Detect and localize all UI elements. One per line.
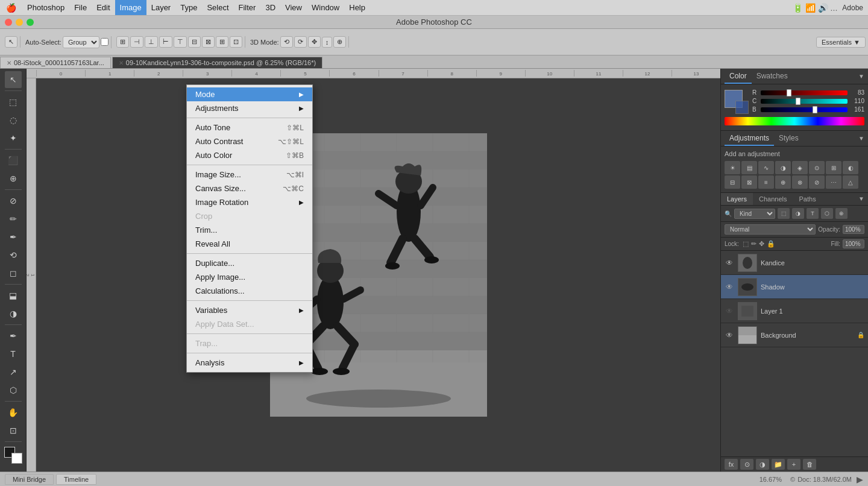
auto-select-select[interactable]: Group Layer xyxy=(63,36,99,48)
align-center-btn[interactable]: ⊥ xyxy=(145,36,158,48)
doc-tab-close-1[interactable]: ✕ xyxy=(119,60,124,66)
adj-threshold[interactable]: ⊘ xyxy=(809,175,825,189)
lock-pixels-icon[interactable]: ✏ xyxy=(751,240,756,248)
adj-hue-sat[interactable]: ⊙ xyxy=(809,161,825,174)
dist-h-btn[interactable]: ⊞ xyxy=(216,36,228,48)
menu-item-auto-contrast[interactable]: Auto Contrast ⌥⇧⌘L xyxy=(187,134,312,148)
align-mid-btn[interactable]: ⊟ xyxy=(188,36,201,48)
tool-history-brush[interactable]: ⟲ xyxy=(5,247,22,264)
layer-vis-kandice[interactable]: 👁 xyxy=(725,258,734,268)
align-right-btn[interactable]: ⊢ xyxy=(159,36,172,48)
layers-tab-layers[interactable]: Layers xyxy=(721,193,753,205)
tool-healing[interactable]: ⊘ xyxy=(5,192,22,209)
minimize-button[interactable] xyxy=(16,19,23,26)
layer-item-background[interactable]: 👁 Background 🔒 xyxy=(721,323,868,347)
menu-view[interactable]: View xyxy=(280,0,307,15)
add-fx-button[interactable]: fx xyxy=(725,459,738,470)
fill-input[interactable] xyxy=(843,239,864,248)
b-thumb[interactable] xyxy=(813,106,817,113)
background-color[interactable] xyxy=(11,453,22,464)
dist-v-btn[interactable]: ⊡ xyxy=(230,36,242,48)
menu-photoshop[interactable]: Photoshop xyxy=(22,0,69,15)
adj-levels[interactable]: ▤ xyxy=(741,161,757,174)
menu-help[interactable]: Help xyxy=(344,0,370,15)
menu-item-canvas-size[interactable]: Canvas Size... ⌥⌘C xyxy=(187,181,312,195)
add-group-button[interactable]: 📁 xyxy=(772,459,785,470)
menu-item-auto-tone[interactable]: Auto Tone ⇧⌘L xyxy=(187,121,312,134)
r-thumb[interactable] xyxy=(787,89,791,96)
blend-mode-select[interactable]: Normal Dissolve Multiply Screen Overlay xyxy=(725,224,816,235)
3d-slide-btn[interactable]: ↕ xyxy=(322,37,333,48)
filter-adj-icon[interactable]: ◑ xyxy=(792,208,804,219)
menu-item-trim[interactable]: Trim... xyxy=(187,223,312,237)
menu-item-trap[interactable]: Trap... xyxy=(187,336,312,350)
adj-curves[interactable]: ∿ xyxy=(758,161,774,174)
menu-item-apply-data-set[interactable]: Apply Data Set... xyxy=(187,317,312,331)
menu-file[interactable]: File xyxy=(69,0,92,15)
add-layer-button[interactable]: + xyxy=(787,459,800,470)
menu-item-auto-color[interactable]: Auto Color ⇧⌘B xyxy=(187,148,312,162)
filter-pixel-icon[interactable]: ⬚ xyxy=(778,208,790,219)
timeline-tab[interactable]: Timeline xyxy=(56,474,96,485)
menu-type[interactable]: Type xyxy=(175,0,202,15)
3d-roll-btn[interactable]: ⟳ xyxy=(294,36,307,48)
menu-item-variables[interactable]: Variables ▶ xyxy=(187,303,312,317)
menu-item-image-rotation[interactable]: Image Rotation ▶ xyxy=(187,195,312,209)
opacity-input[interactable] xyxy=(843,225,864,234)
adj-bw[interactable]: ◐ xyxy=(843,161,858,174)
menu-filter[interactable]: Filter xyxy=(234,0,261,15)
adj-vibrance[interactable]: ◈ xyxy=(792,161,808,174)
3d-rotate-btn[interactable]: ⟲ xyxy=(280,36,293,48)
tool-clone[interactable]: ✒ xyxy=(5,229,22,245)
lock-all-icon[interactable]: 🔒 xyxy=(767,240,775,248)
apple-icon[interactable]: 🍎 xyxy=(6,3,16,13)
adj-selective-color[interactable]: △ xyxy=(843,175,858,189)
color-swatches-stack[interactable] xyxy=(725,90,749,114)
color-panel-collapse[interactable]: ▼ xyxy=(858,73,864,80)
doc-tab-1[interactable]: ✕ 09-10KandiceLynn19-306-to-composite.ps… xyxy=(112,57,322,68)
tool-path-select[interactable]: ↗ xyxy=(5,364,22,380)
mini-bridge-tab[interactable]: Mini Bridge xyxy=(5,474,54,485)
move-tool-button[interactable]: ↖ xyxy=(5,36,17,48)
doc-tab-0[interactable]: ✕ 08-iStock_000011057163Lar... xyxy=(0,57,111,68)
c-slider[interactable] xyxy=(761,99,848,104)
3d-scale-btn[interactable]: ⊕ xyxy=(333,36,346,48)
tool-zoom[interactable]: ⊡ xyxy=(5,422,22,439)
tool-eraser[interactable]: ◻ xyxy=(5,265,22,282)
add-adj-button[interactable]: ◑ xyxy=(756,459,769,470)
r-slider[interactable] xyxy=(761,90,848,95)
background-swatch[interactable] xyxy=(735,101,749,114)
auto-select-checkbox[interactable] xyxy=(101,38,108,46)
menu-item-analysis[interactable]: Analysis ▶ xyxy=(187,356,312,370)
filter-smart-icon[interactable]: ⊕ xyxy=(835,208,848,219)
tool-text[interactable]: T xyxy=(5,346,22,362)
maximize-button[interactable] xyxy=(27,19,34,26)
color-spectrum-bar[interactable] xyxy=(725,117,864,125)
adj-color-lookup[interactable]: ≡ xyxy=(758,175,774,189)
tool-pen[interactable]: ✒ xyxy=(5,327,22,344)
adj-color-balance[interactable]: ⊞ xyxy=(826,161,841,174)
menu-item-crop[interactable]: Crop xyxy=(187,209,312,223)
menu-item-mode[interactable]: Mode ▶ xyxy=(187,87,312,101)
menu-item-calculations[interactable]: Calculations... xyxy=(187,284,312,298)
menu-3d[interactable]: 3D xyxy=(260,0,280,15)
tool-move[interactable]: ↖ xyxy=(5,71,22,88)
layer-vis-shadow[interactable]: 👁 xyxy=(725,282,734,292)
align-bottom-btn[interactable]: ⊠ xyxy=(202,36,215,48)
align-left-btn[interactable]: ⊣ xyxy=(130,36,143,48)
show-transform-btn[interactable]: ⊞ xyxy=(116,36,129,48)
tool-brush[interactable]: ✏ xyxy=(5,210,22,227)
styles-tab[interactable]: Styles xyxy=(774,131,804,146)
menu-item-reveal-all[interactable]: Reveal All xyxy=(187,237,312,251)
menu-item-apply-image[interactable]: Apply Image... xyxy=(187,270,312,284)
doc-tab-close-0[interactable]: ✕ xyxy=(7,60,11,66)
adj-channel-mixer[interactable]: ⊠ xyxy=(741,175,757,189)
tool-lasso[interactable]: ◌ xyxy=(5,112,22,128)
b-slider[interactable] xyxy=(761,107,848,112)
tool-shape[interactable]: ⬡ xyxy=(5,382,22,399)
color-tab[interactable]: Color xyxy=(725,69,752,84)
layer-item-layer1[interactable]: 👁 Layer 1 xyxy=(721,299,868,323)
layer-item-kandice[interactable]: 👁 Kandice xyxy=(721,251,868,275)
layer-vis-layer1[interactable]: 👁 xyxy=(725,306,734,316)
menu-item-image-size[interactable]: Image Size... ⌥⌘I xyxy=(187,168,312,181)
